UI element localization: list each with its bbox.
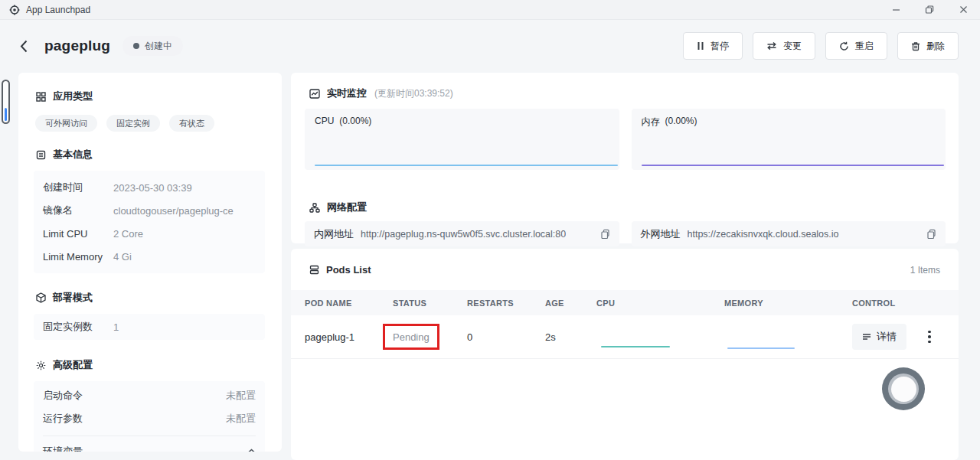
app-info-panel: 应用类型 可外网访问 固定实例 有状态 基本信息 创建时间 2023-05-30… (18, 73, 282, 452)
monitor-title: 实时监控 (327, 86, 367, 100)
app-type-section-header: 应用类型 (18, 90, 282, 103)
col-memory: MEMORY (724, 299, 852, 308)
pause-button[interactable]: 暂停 (683, 32, 743, 60)
tag-external-access: 可外网访问 (35, 115, 97, 132)
info-value: 2 Core (113, 228, 143, 240)
info-row-fixed-instances: 固定实例数 1 (43, 315, 256, 338)
cpu-chart-label: CPU (0.00%) (305, 109, 619, 126)
update-button[interactable]: 变更 (753, 32, 815, 60)
kebab-menu-icon[interactable] (925, 328, 934, 347)
gear-icon (36, 360, 46, 370)
status-annotation-highlight: Pending (383, 324, 439, 350)
pause-button-label: 暂停 (710, 40, 729, 53)
swap-arrows-icon (766, 41, 777, 51)
cpu-label: CPU (315, 116, 334, 126)
pause-icon (697, 41, 704, 51)
status-dot-icon (133, 43, 139, 49)
grid-icon (36, 92, 46, 102)
monitor-update-time: (更新时间03:39:52) (374, 87, 453, 100)
detail-lines-icon (862, 333, 871, 341)
basic-info-section-header: 基本信息 (18, 148, 282, 161)
info-row-limit-memory: Limit Memory 4 Gi (43, 245, 256, 268)
chart-icon (309, 89, 320, 99)
minimize-icon[interactable] (879, 0, 913, 19)
col-control: CONTROL (852, 299, 959, 308)
status-badge-label: 创建中 (145, 40, 172, 53)
advanced-section-header: 高级配置 (18, 358, 282, 372)
info-value: cloudtogouser/pageplug-ce (113, 205, 234, 217)
touch-click-indicator-core (891, 377, 916, 402)
env-vars-label: 环境变量 (43, 445, 83, 452)
basic-info-box: 创建时间 2023-05-30 03:39 镜像名 cloudtogouser/… (34, 171, 265, 273)
delete-button[interactable]: 删除 (897, 32, 959, 60)
close-icon[interactable] (946, 0, 980, 19)
info-label: Limit CPU (43, 228, 113, 240)
copy-icon[interactable] (600, 229, 610, 240)
app-type-title: 应用类型 (53, 90, 93, 103)
scroll-indicator[interactable] (2, 80, 10, 124)
update-button-label: 变更 (783, 40, 802, 53)
pods-table-header: POD NAME STATUS RESTARTS AGE CPU MEMORY … (291, 290, 959, 315)
deploy-mode-title: 部署模式 (53, 291, 93, 305)
network-addresses: 内网地址 http://pageplug.ns-quw5w0f5.svc.clu… (305, 221, 946, 246)
network-title: 网络配置 (327, 201, 367, 214)
restart-button[interactable]: 重启 (825, 32, 887, 60)
env-vars-row[interactable]: 环境变量 (43, 436, 256, 452)
pod-detail-button[interactable]: 详情 (852, 324, 906, 350)
maximize-icon[interactable] (913, 0, 946, 19)
memory-chart-label: 内存 (0.00%) (632, 109, 946, 129)
advanced-box: 启动命令 未配置 运行参数 未配置 环境变量 (34, 381, 265, 452)
adv-label: 启动命令 (43, 389, 83, 403)
info-label: 镜像名 (43, 204, 113, 217)
memory-value: (0.00%) (665, 116, 697, 129)
external-address-value: https://zecakisnvxqk.cloud.sealos.io (688, 229, 839, 240)
adv-value: 未配置 (226, 389, 256, 403)
adv-row-start-command: 启动命令 未配置 (43, 384, 256, 407)
app-type-tags: 可外网访问 固定实例 有状态 (18, 115, 282, 132)
cpu-chart: CPU (0.00%) (305, 109, 619, 170)
page-header: pageplug 创建中 暂停 变更 重启 (12, 29, 959, 63)
cpu-value: (0.00%) (339, 116, 371, 126)
info-label: Limit Memory (43, 251, 113, 263)
scroll-indicator-thumb (5, 108, 7, 121)
advanced-title: 高级配置 (53, 358, 93, 372)
window-title: App Launchpad (26, 5, 90, 15)
touch-click-indicator-mid (888, 374, 919, 404)
pod-detail-label: 详情 (877, 330, 897, 344)
back-button[interactable] (12, 34, 35, 57)
touch-click-indicator (882, 367, 925, 410)
col-cpu: CPU (596, 299, 724, 308)
list-icon (309, 265, 319, 275)
app-logo-icon (9, 5, 20, 15)
pods-count: 1 Items (910, 265, 940, 276)
window-titlebar: App Launchpad (0, 0, 980, 20)
adv-label: 运行参数 (43, 412, 83, 426)
trash-icon (911, 41, 920, 51)
pod-status: Pending (393, 331, 430, 343)
info-value: 2023-05-30 03:39 (113, 182, 192, 194)
window-controls (879, 0, 980, 19)
chevron-up-icon (247, 449, 256, 452)
external-address-box: 外网地址 https://zecakisnvxqk.cloud.sealos.i… (632, 221, 946, 246)
col-restarts: RESTARTS (467, 299, 545, 308)
internal-address-value: http://pageplug.ns-quw5w0f5.svc.cluster.… (361, 229, 566, 240)
info-value: 1 (113, 321, 119, 333)
pods-title: Pods List (326, 264, 371, 276)
internal-address-box: 内网地址 http://pageplug.ns-quw5w0f5.svc.clu… (305, 221, 619, 246)
pod-restarts: 0 (467, 331, 545, 343)
monitor-card: 实时监控 (更新时间03:39:52) CPU (0.00%) 内存 (0.00… (291, 73, 959, 243)
pod-table-row: pageplug-1 Pending 0 2s 详情 (291, 315, 959, 359)
status-badge: 创建中 (122, 36, 183, 56)
pod-controls: 详情 (852, 324, 959, 350)
pods-section-header: Pods List 1 Items (291, 249, 959, 276)
memory-chart: 内存 (0.00%) (632, 109, 946, 170)
info-row-create-time: 创建时间 2023-05-30 03:39 (43, 176, 256, 199)
restart-button-label: 重启 (855, 40, 874, 53)
copy-icon[interactable] (926, 229, 936, 240)
col-status: STATUS (393, 299, 467, 308)
pod-age: 2s (545, 331, 596, 343)
tag-stateful: 有状态 (169, 115, 214, 132)
page-title: pageplug (44, 38, 110, 54)
cube-icon (36, 292, 46, 303)
basic-info-title: 基本信息 (53, 148, 93, 161)
